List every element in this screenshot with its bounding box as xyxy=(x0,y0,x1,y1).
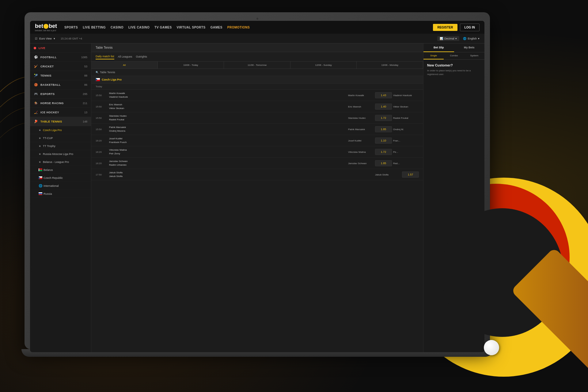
sidebar-sub-belarus[interactable]: Belarus xyxy=(30,166,91,174)
tab-daily-match-list[interactable]: Daily match list xyxy=(96,54,114,59)
logo-text: bet bet xyxy=(35,23,57,29)
match-time-6: 16:20 xyxy=(96,162,107,165)
match-odds-1: Eric Maresh 1.40 Viktor Skokan xyxy=(348,104,419,110)
team2-6: Radim Urbaniec xyxy=(109,163,346,167)
match-time-1: 15:50 xyxy=(96,105,107,108)
nav-buttons: REGISTER LOG IN xyxy=(433,24,480,31)
bet-slip-tab[interactable]: Bet Slip xyxy=(423,43,454,52)
match-time-0: 15:50 xyxy=(96,94,107,97)
sidebar-sub-belarus-league[interactable]: ★ Belarus - League Pro xyxy=(30,158,91,166)
sidebar-sub-international[interactable]: 🌐 International xyxy=(30,182,91,190)
decimal-dropdown-arrow[interactable]: ▾ xyxy=(455,37,457,40)
lang-dropdown-arrow[interactable]: ▾ xyxy=(478,37,480,40)
logo-circle xyxy=(44,24,48,29)
odd-home-2[interactable]: 1.72 xyxy=(375,115,392,121)
nav-promotions[interactable]: PROMOTIONS xyxy=(227,24,250,30)
odd-home-4[interactable]: 1.10 xyxy=(375,138,392,144)
sidebar-item-table-tennis[interactable]: 🏓 TABLE TENNIS 148 xyxy=(30,117,91,126)
odd-home-label-7: Jakub Stolfa xyxy=(375,173,400,176)
sidebar-item-ice-hockey[interactable]: 🏒 ICE HOCKEY 13 xyxy=(30,108,91,117)
match-time-2: 15:50 xyxy=(96,117,107,119)
sidebar-cricket-count: 53 xyxy=(84,65,87,68)
my-bets-tab[interactable]: My Bets xyxy=(454,43,485,52)
dropdown-arrow[interactable]: ▾ xyxy=(54,37,55,40)
combo-tab[interactable]: Combo xyxy=(444,52,464,59)
camera-notch xyxy=(256,18,258,20)
date-tab-tomorrow[interactable]: 11/06 - Tomorrow xyxy=(224,62,290,69)
checkbox-icon: ☑ xyxy=(35,37,37,40)
tab-all-leagues[interactable]: All Leagues xyxy=(118,54,132,59)
team2-0: Vladimir Havlicek xyxy=(109,95,346,99)
sidebar-item-horse-racing[interactable]: 🏇 HORSE RACING 211 xyxy=(30,99,91,108)
odd-away-label-1: Viktor Skokan xyxy=(393,105,418,108)
sidebar-item-tennis[interactable]: 🎾 TENNIS 88 xyxy=(30,71,91,80)
team2-2: Radek Fnukal xyxy=(109,118,346,122)
system-tab[interactable]: System xyxy=(464,52,484,59)
odd-home-7[interactable]: 1.57 xyxy=(402,172,419,178)
match-teams-7: Jakub Stolfa Jakub Stolfa xyxy=(107,171,375,178)
odd-away-label-6: Rad... xyxy=(393,162,418,165)
language-selector[interactable]: 🌐 English ▾ xyxy=(463,37,480,40)
date-tab-all[interactable]: All xyxy=(91,62,158,69)
tennis-icon: 🎾 xyxy=(34,74,38,78)
tab-outrights[interactable]: Outrights xyxy=(136,54,147,59)
sidebar-sub-russia-moscow[interactable]: ★ Russia Moscow Liga Pro xyxy=(30,150,91,158)
odd-home-6[interactable]: 1.85 xyxy=(375,160,392,166)
odd-away-label-0: Vladimir Havlicek xyxy=(393,94,418,97)
logo-bet1: bet xyxy=(35,23,43,29)
date-tab-monday[interactable]: 13/06 - Monday xyxy=(357,62,423,69)
odd-away-label-5: Pe... xyxy=(393,151,418,153)
sidebar-item-esports[interactable]: 🎮 ESPORTS 295 xyxy=(30,89,91,99)
odd-home-label-2: Stanislav Hudec xyxy=(348,117,373,119)
team2-7: Jakub Stolfa xyxy=(109,175,373,178)
sidebar-tennis-count: 88 xyxy=(84,74,87,77)
sidebar-item-cricket[interactable]: 🏏 CRICKET 53 xyxy=(30,62,91,71)
svg-rect-7 xyxy=(39,193,42,194)
sidebar-sub-tt-cup[interactable]: ★ TT-CUP xyxy=(30,134,91,142)
date-tab-sunday[interactable]: 12/06 - Sunday xyxy=(290,62,357,69)
match-odds-5: Vitezslav Malina 1.72 Pe... xyxy=(348,149,419,155)
nav-games[interactable]: GAMES xyxy=(211,24,222,30)
sidebar-item-football[interactable]: ⚽ FOOTBALL 1085 xyxy=(30,53,91,62)
sidebar-sub-czech-republic[interactable]: Czech Republic xyxy=(30,174,91,182)
nav-live-betting[interactable]: LIVE BETTING xyxy=(83,24,106,30)
nav-sports[interactable]: SPORTS xyxy=(64,24,78,30)
sub-russia-label: Russia xyxy=(44,192,87,195)
login-button[interactable]: LOG IN xyxy=(460,24,480,31)
sidebar-esports-count: 295 xyxy=(83,92,87,96)
single-tab[interactable]: Single xyxy=(423,52,444,59)
sidebar-sub-russia[interactable]: Russia xyxy=(30,190,91,198)
nav-live-casino[interactable]: LIVE CASINO xyxy=(128,24,150,30)
league-name: Czech Liga Pro xyxy=(102,78,122,81)
decimal-selector[interactable]: 📊 Decimal ▾ xyxy=(437,36,460,41)
table-row: 16:20 Vitezslav Malina Petr Zivny Vitezs… xyxy=(91,146,423,158)
nav-casino[interactable]: CASINO xyxy=(111,24,123,30)
odd-home-label-3: Patrik Marsalek xyxy=(348,128,373,131)
match-odds-0: Martin Kowalik 1.43 Vladimir Havlicek xyxy=(348,92,419,98)
match-time-5: 16:20 xyxy=(96,151,107,153)
nav-tv-games[interactable]: TV GAMES xyxy=(154,24,172,30)
match-odds-6: Jaroslav Schwan 1.85 Rad... xyxy=(348,160,419,166)
date-tabs: All 10/06 - Today 11/06 - Tomorrow 12/06… xyxy=(91,62,423,69)
sidebar-sub-czech-liga[interactable]: ★ Czech Liga Pro xyxy=(30,126,91,134)
sidebar: LIVE ⚽ FOOTBALL 1085 🏏 CRICKET 53 xyxy=(30,43,91,352)
sidebar-item-basketball[interactable]: 🏀 BASKETBALL 86 xyxy=(30,80,91,89)
czech-league-flag-icon xyxy=(96,78,100,81)
sidebar-table-tennis-label: TABLE TENNIS xyxy=(40,120,83,123)
odd-home-label-1: Eric Maresh xyxy=(348,105,373,108)
sidebar-sub-tt-trophy[interactable]: ★ TT Trophy xyxy=(30,142,91,150)
sidebar-item-live[interactable]: LIVE xyxy=(30,43,91,53)
bet-slip-tabs: Bet Slip My Bets xyxy=(423,43,484,52)
sub-belarus-league-label: Belarus - League Pro xyxy=(43,160,87,164)
match-odds-4: Josef Kutifel 1.10 Fran... xyxy=(348,138,419,144)
nav-virtual-sports[interactable]: VIRTUAL SPORTS xyxy=(177,24,206,30)
match-time-4: 16:20 xyxy=(96,139,107,142)
register-button[interactable]: REGISTER xyxy=(433,24,457,31)
date-tab-today[interactable]: 10/06 - Today xyxy=(158,62,224,69)
new-customer-title: New Customer? xyxy=(427,63,481,67)
odd-home-3[interactable]: 1.85 xyxy=(375,126,392,132)
odd-home-5[interactable]: 1.72 xyxy=(375,149,392,155)
odd-home-0[interactable]: 1.43 xyxy=(375,92,392,98)
odd-home-1[interactable]: 1.40 xyxy=(375,104,392,110)
sidebar-ice-hockey-count: 13 xyxy=(84,111,87,114)
